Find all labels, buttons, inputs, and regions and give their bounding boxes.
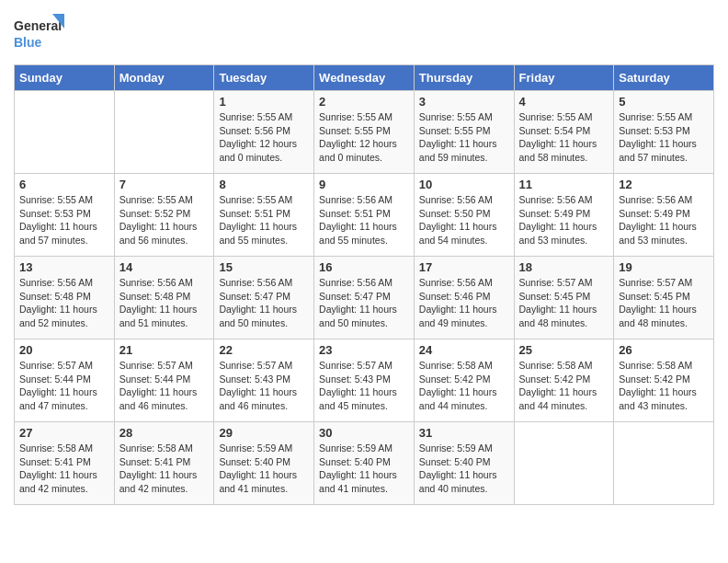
day-info: Sunrise: 5:56 AM Sunset: 5:50 PM Dayligh…	[419, 193, 509, 247]
day-cell: 6Sunrise: 5:55 AM Sunset: 5:53 PM Daylig…	[15, 174, 115, 257]
day-info: Sunrise: 5:56 AM Sunset: 5:49 PM Dayligh…	[619, 193, 709, 247]
day-number: 24	[419, 343, 509, 357]
week-row-3: 13Sunrise: 5:56 AM Sunset: 5:48 PM Dayli…	[15, 257, 714, 339]
day-info: Sunrise: 5:55 AM Sunset: 5:56 PM Dayligh…	[219, 110, 309, 165]
logo: GeneralBlue	[14, 14, 64, 55]
col-header-sunday: Sunday	[15, 65, 115, 91]
day-cell: 28Sunrise: 5:58 AM Sunset: 5:41 PM Dayli…	[114, 422, 214, 505]
day-info: Sunrise: 5:56 AM Sunset: 5:49 PM Dayligh…	[519, 193, 609, 247]
day-number: 2	[319, 95, 409, 109]
day-info: Sunrise: 5:56 AM Sunset: 5:51 PM Dayligh…	[319, 193, 409, 247]
day-info: Sunrise: 5:57 AM Sunset: 5:44 PM Dayligh…	[19, 359, 109, 413]
week-row-1: 1Sunrise: 5:55 AM Sunset: 5:56 PM Daylig…	[15, 91, 714, 174]
day-cell: 29Sunrise: 5:59 AM Sunset: 5:40 PM Dayli…	[214, 422, 314, 505]
day-cell	[15, 91, 115, 174]
day-info: Sunrise: 5:56 AM Sunset: 5:47 PM Dayligh…	[219, 276, 309, 330]
day-number: 17	[419, 260, 509, 274]
day-cell: 23Sunrise: 5:57 AM Sunset: 5:43 PM Dayli…	[314, 339, 415, 422]
day-info: Sunrise: 5:59 AM Sunset: 5:40 PM Dayligh…	[219, 442, 309, 496]
header: GeneralBlue	[14, 14, 714, 55]
day-number: 21	[119, 343, 210, 357]
day-cell: 9Sunrise: 5:56 AM Sunset: 5:51 PM Daylig…	[314, 174, 415, 257]
day-cell: 27Sunrise: 5:58 AM Sunset: 5:41 PM Dayli…	[15, 422, 115, 505]
col-header-saturday: Saturday	[614, 65, 714, 91]
svg-text:Blue: Blue	[14, 35, 42, 50]
day-info: Sunrise: 5:55 AM Sunset: 5:54 PM Dayligh…	[519, 110, 609, 165]
day-cell: 17Sunrise: 5:56 AM Sunset: 5:46 PM Dayli…	[414, 257, 514, 339]
day-info: Sunrise: 5:56 AM Sunset: 5:46 PM Dayligh…	[419, 276, 509, 330]
day-cell: 31Sunrise: 5:59 AM Sunset: 5:40 PM Dayli…	[414, 422, 514, 505]
day-info: Sunrise: 5:55 AM Sunset: 5:53 PM Dayligh…	[619, 110, 709, 165]
week-row-2: 6Sunrise: 5:55 AM Sunset: 5:53 PM Daylig…	[15, 174, 714, 257]
day-number: 1	[219, 95, 309, 109]
day-info: Sunrise: 5:57 AM Sunset: 5:43 PM Dayligh…	[319, 359, 409, 413]
day-info: Sunrise: 5:56 AM Sunset: 5:47 PM Dayligh…	[319, 276, 409, 330]
day-number: 20	[19, 343, 109, 357]
day-number: 5	[619, 95, 709, 109]
day-cell: 11Sunrise: 5:56 AM Sunset: 5:49 PM Dayli…	[514, 174, 614, 257]
day-number: 4	[519, 95, 609, 109]
day-cell	[614, 422, 714, 505]
day-number: 3	[419, 95, 509, 109]
day-number: 16	[319, 260, 409, 274]
day-number: 27	[19, 426, 109, 440]
day-info: Sunrise: 5:58 AM Sunset: 5:41 PM Dayligh…	[119, 442, 210, 496]
day-number: 28	[119, 426, 210, 440]
day-number: 31	[419, 426, 509, 440]
day-info: Sunrise: 5:57 AM Sunset: 5:44 PM Dayligh…	[119, 359, 210, 413]
day-cell: 19Sunrise: 5:57 AM Sunset: 5:45 PM Dayli…	[614, 257, 714, 339]
day-number: 22	[219, 343, 309, 357]
day-info: Sunrise: 5:55 AM Sunset: 5:55 PM Dayligh…	[319, 110, 409, 165]
day-cell: 8Sunrise: 5:55 AM Sunset: 5:51 PM Daylig…	[214, 174, 314, 257]
day-cell	[514, 422, 614, 505]
day-info: Sunrise: 5:56 AM Sunset: 5:48 PM Dayligh…	[119, 276, 210, 330]
week-row-5: 27Sunrise: 5:58 AM Sunset: 5:41 PM Dayli…	[15, 422, 714, 505]
day-cell: 14Sunrise: 5:56 AM Sunset: 5:48 PM Dayli…	[114, 257, 214, 339]
day-cell: 18Sunrise: 5:57 AM Sunset: 5:45 PM Dayli…	[514, 257, 614, 339]
day-number: 30	[319, 426, 409, 440]
day-cell: 21Sunrise: 5:57 AM Sunset: 5:44 PM Dayli…	[114, 339, 214, 422]
day-info: Sunrise: 5:58 AM Sunset: 5:41 PM Dayligh…	[19, 442, 109, 496]
day-cell: 13Sunrise: 5:56 AM Sunset: 5:48 PM Dayli…	[15, 257, 115, 339]
col-header-friday: Friday	[514, 65, 614, 91]
day-cell: 30Sunrise: 5:59 AM Sunset: 5:40 PM Dayli…	[314, 422, 415, 505]
calendar-table: SundayMondayTuesdayWednesdayThursdayFrid…	[14, 64, 714, 505]
day-info: Sunrise: 5:58 AM Sunset: 5:42 PM Dayligh…	[519, 359, 609, 413]
svg-text:General: General	[14, 18, 62, 33]
day-cell: 5Sunrise: 5:55 AM Sunset: 5:53 PM Daylig…	[614, 91, 714, 174]
day-cell: 4Sunrise: 5:55 AM Sunset: 5:54 PM Daylig…	[514, 91, 614, 174]
day-number: 19	[619, 260, 709, 274]
day-number: 23	[319, 343, 409, 357]
day-info: Sunrise: 5:57 AM Sunset: 5:45 PM Dayligh…	[519, 276, 609, 330]
day-info: Sunrise: 5:55 AM Sunset: 5:52 PM Dayligh…	[119, 193, 210, 247]
day-info: Sunrise: 5:56 AM Sunset: 5:48 PM Dayligh…	[19, 276, 109, 330]
day-number: 11	[519, 178, 609, 191]
day-number: 12	[619, 178, 709, 191]
day-number: 15	[219, 260, 309, 274]
day-info: Sunrise: 5:59 AM Sunset: 5:40 PM Dayligh…	[319, 442, 409, 496]
day-cell: 16Sunrise: 5:56 AM Sunset: 5:47 PM Dayli…	[314, 257, 415, 339]
day-info: Sunrise: 5:58 AM Sunset: 5:42 PM Dayligh…	[419, 359, 509, 413]
day-cell: 20Sunrise: 5:57 AM Sunset: 5:44 PM Dayli…	[15, 339, 115, 422]
day-cell: 3Sunrise: 5:55 AM Sunset: 5:55 PM Daylig…	[414, 91, 514, 174]
day-number: 18	[519, 260, 609, 274]
day-cell: 26Sunrise: 5:58 AM Sunset: 5:42 PM Dayli…	[614, 339, 714, 422]
day-number: 7	[119, 178, 210, 191]
day-cell: 1Sunrise: 5:55 AM Sunset: 5:56 PM Daylig…	[214, 91, 314, 174]
day-info: Sunrise: 5:58 AM Sunset: 5:42 PM Dayligh…	[619, 359, 709, 413]
day-info: Sunrise: 5:55 AM Sunset: 5:51 PM Dayligh…	[219, 193, 309, 247]
week-row-4: 20Sunrise: 5:57 AM Sunset: 5:44 PM Dayli…	[15, 339, 714, 422]
day-cell: 25Sunrise: 5:58 AM Sunset: 5:42 PM Dayli…	[514, 339, 614, 422]
day-cell: 22Sunrise: 5:57 AM Sunset: 5:43 PM Dayli…	[214, 339, 314, 422]
day-number: 6	[19, 178, 109, 191]
day-cell: 24Sunrise: 5:58 AM Sunset: 5:42 PM Dayli…	[414, 339, 514, 422]
day-cell: 10Sunrise: 5:56 AM Sunset: 5:50 PM Dayli…	[414, 174, 514, 257]
day-number: 9	[319, 178, 409, 191]
col-header-wednesday: Wednesday	[314, 65, 415, 91]
day-info: Sunrise: 5:57 AM Sunset: 5:45 PM Dayligh…	[619, 276, 709, 330]
day-info: Sunrise: 5:55 AM Sunset: 5:53 PM Dayligh…	[19, 193, 109, 247]
col-header-monday: Monday	[114, 65, 214, 91]
day-number: 26	[619, 343, 709, 357]
day-info: Sunrise: 5:59 AM Sunset: 5:40 PM Dayligh…	[419, 442, 509, 496]
day-info: Sunrise: 5:55 AM Sunset: 5:55 PM Dayligh…	[419, 110, 509, 165]
